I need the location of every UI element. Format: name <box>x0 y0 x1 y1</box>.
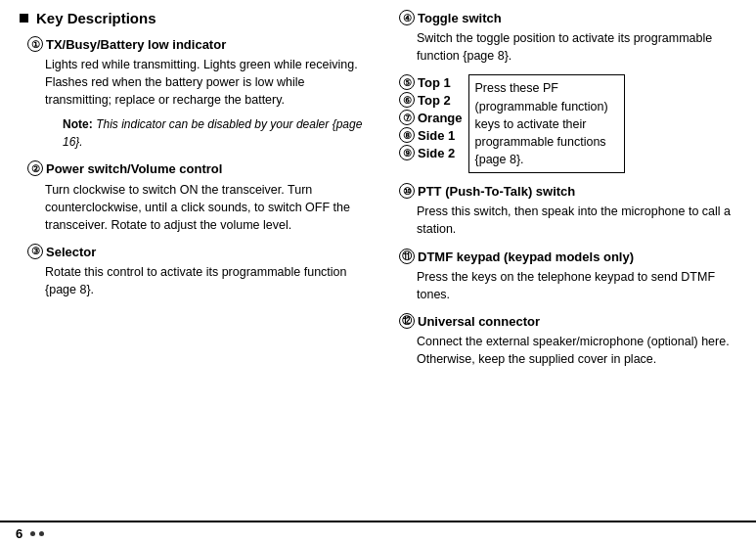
page: Key Descriptions ① TX/Busy/Battery low i… <box>0 0 756 544</box>
item-10-num: ⑩ <box>399 183 415 199</box>
pf-num-5: ⑤ <box>399 74 415 90</box>
section-title-text: Key Descriptions <box>36 10 156 26</box>
pf-label-side2: Side 2 <box>418 146 455 160</box>
item-4-num: ④ <box>399 10 415 25</box>
item-4-header: ④ Toggle switch <box>399 10 740 27</box>
item-4: ④ Toggle switch Switch the toggle positi… <box>391 10 740 65</box>
footer-dots <box>30 531 44 536</box>
section-title: Key Descriptions <box>20 10 366 26</box>
item-3-header: ③ Selector <box>27 244 366 261</box>
footer-dot-2 <box>39 531 44 536</box>
footer-dot-1 <box>30 531 35 536</box>
item-2-num: ② <box>27 160 43 176</box>
item-10-header: ⑩ PTT (Push-To-Talk) switch <box>399 183 740 201</box>
section-square <box>20 14 28 23</box>
item-1-note-text: This indicator can be disabled by your d… <box>63 117 362 149</box>
item-12-title: Universal connector <box>418 313 540 331</box>
pf-label-orange: Orange <box>418 111 463 125</box>
page-number: 6 <box>16 526 22 541</box>
pf-group: ⑤ Top 1 ⑥ Top 2 ⑦ Orange ⑧ <box>391 74 740 173</box>
pf-group-inner: ⑤ Top 1 ⑥ Top 2 ⑦ Orange ⑧ <box>399 74 740 173</box>
item-1: ① TX/Busy/Battery low indicator Lights r… <box>20 36 366 151</box>
item-11-body: Press the keys on the telephone keypad t… <box>399 268 740 303</box>
pf-item-side2: ⑨ Side 2 <box>399 145 463 160</box>
item-4-body: Switch the toggle position to activate i… <box>399 29 740 65</box>
item-1-title: TX/Busy/Battery low indicator <box>46 36 226 54</box>
pf-description: Press these PF (programmable function) k… <box>468 74 625 173</box>
item-11-num: ⑪ <box>399 249 415 264</box>
item-12-header: ⑫ Universal connector <box>399 313 740 331</box>
item-2-title: Power switch/Volume control <box>46 160 222 178</box>
item-3-body: Rotate this control to activate its prog… <box>27 263 366 298</box>
item-10-body: Press this switch, then speak into the m… <box>399 203 740 238</box>
pf-label-top1: Top 1 <box>418 75 451 90</box>
pf-num-7: ⑦ <box>399 110 415 125</box>
item-12: ⑫ Universal connector Connect the extern… <box>391 313 740 368</box>
item-10-title: PTT (Push-To-Talk) switch <box>418 183 575 201</box>
pf-num-8: ⑧ <box>399 127 415 143</box>
content-area: Key Descriptions ① TX/Busy/Battery low i… <box>0 0 756 521</box>
left-column: Key Descriptions ① TX/Busy/Battery low i… <box>0 10 381 511</box>
item-1-body: Lights red while transmitting. Lights gr… <box>27 56 366 151</box>
item-1-note: Note: This indicator can be disabled by … <box>63 115 366 152</box>
pf-items-list: ⑤ Top 1 ⑥ Top 2 ⑦ Orange ⑧ <box>399 74 463 173</box>
pf-item-side1: ⑧ Side 1 <box>399 127 463 143</box>
pf-label-top2: Top 2 <box>418 93 451 108</box>
item-10: ⑩ PTT (Push-To-Talk) switch Press this s… <box>391 183 740 238</box>
item-1-num: ① <box>27 36 43 52</box>
item-11-header: ⑪ DTMF keypad (keypad models only) <box>399 249 740 266</box>
item-3-title: Selector <box>46 244 96 261</box>
right-column: ④ Toggle switch Switch the toggle positi… <box>381 10 756 511</box>
item-3: ③ Selector Rotate this control to activa… <box>20 244 366 298</box>
item-2-body: Turn clockwise to switch ON the transcei… <box>27 181 366 234</box>
item-1-header: ① TX/Busy/Battery low indicator <box>27 36 366 54</box>
item-11-title: DTMF keypad (keypad models only) <box>418 249 634 266</box>
item-12-num: ⑫ <box>399 313 415 329</box>
pf-label-side1: Side 1 <box>418 128 455 143</box>
item-2-header: ② Power switch/Volume control <box>27 160 366 178</box>
pf-item-top2: ⑥ Top 2 <box>399 92 463 108</box>
item-11: ⑪ DTMF keypad (keypad models only) Press… <box>391 249 740 303</box>
item-12-body: Connect the external speaker/microphone … <box>399 333 740 368</box>
item-3-num: ③ <box>27 244 43 259</box>
pf-num-9: ⑨ <box>399 145 415 160</box>
item-4-title: Toggle switch <box>418 10 502 27</box>
pf-item-top1: ⑤ Top 1 <box>399 74 463 90</box>
footer: 6 <box>0 521 756 544</box>
pf-item-orange: ⑦ Orange <box>399 110 463 125</box>
pf-num-6: ⑥ <box>399 92 415 108</box>
item-2: ② Power switch/Volume control Turn clock… <box>20 160 366 234</box>
